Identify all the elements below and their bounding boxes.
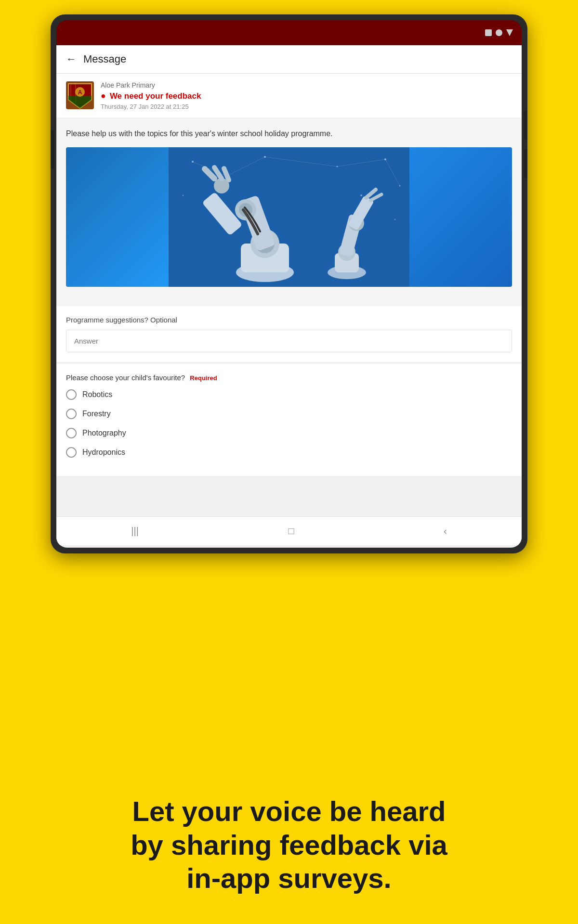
bottom-tagline-section: Let your voice be heard by sharing feedb… — [0, 795, 578, 895]
content-description: Please help us with the topics for this … — [66, 128, 512, 140]
svg-point-16 — [394, 219, 396, 220]
radio-label-photography: Photography — [82, 429, 126, 437]
alert-icon: ● — [101, 91, 106, 101]
radio-circle-robotics[interactable] — [66, 389, 77, 400]
radio-circle-forestry[interactable] — [66, 409, 77, 419]
radio-section: Please choose your child's favourite? Re… — [56, 364, 522, 476]
svg-point-14 — [183, 195, 184, 196]
volume-down-button[interactable] — [524, 149, 527, 178]
tablet-screen: ← Message — [56, 20, 522, 548]
nav-home-icon[interactable]: □ — [288, 526, 294, 537]
nav-recent-icon[interactable]: ||| — [131, 526, 139, 537]
required-badge: Required — [190, 374, 217, 382]
radio-option-forestry[interactable]: Forestry — [66, 409, 512, 419]
back-button[interactable]: ← — [66, 53, 77, 65]
subject-row: ● We need your feedback — [101, 91, 512, 101]
message-meta: Aloe Park Primary ● We need your feedbac… — [101, 81, 512, 110]
radio-option-robotics[interactable]: Robotics — [66, 389, 512, 400]
nav-back-icon[interactable]: ‹ — [444, 526, 447, 537]
tagline: Let your voice be heard by sharing feedb… — [39, 795, 539, 895]
svg-marker-4 — [68, 96, 92, 108]
status-bar — [56, 20, 522, 45]
status-icon-circle — [496, 29, 502, 36]
message-card: A Aloe Park Primary ● We need your feedb… — [56, 74, 522, 118]
tagline-line2: by sharing feedback via — [131, 829, 447, 860]
tablet-device: ← Message — [51, 14, 527, 553]
message-subject: We need your feedback — [110, 91, 201, 101]
radio-label-robotics: Robotics — [82, 390, 112, 399]
content-area: Please help us with the topics for this … — [56, 118, 522, 306]
radio-circle-hydroponics[interactable] — [66, 447, 77, 458]
volume-button[interactable] — [51, 130, 54, 168]
answer-input[interactable] — [66, 330, 512, 352]
robot-image — [66, 147, 512, 287]
status-icon-triangle — [506, 29, 513, 36]
svg-point-15 — [360, 194, 362, 196]
radio-option-photography[interactable]: Photography — [66, 428, 512, 438]
radio-circle-photography[interactable] — [66, 428, 77, 438]
radio-label-forestry: Forestry — [82, 410, 111, 418]
optional-label: Programme suggestions? Optional — [66, 316, 512, 324]
status-icon-square — [485, 29, 492, 36]
app-screen: ← Message — [56, 45, 522, 548]
radio-label-hydroponics: Hydroponics — [82, 448, 125, 457]
tagline-line3: in-app surveys. — [186, 862, 391, 894]
survey-optional-section: Programme suggestions? Optional — [56, 306, 522, 362]
message-header: ← Message — [56, 45, 522, 74]
radio-option-hydroponics[interactable]: Hydroponics — [66, 447, 512, 458]
message-timestamp: Thursday, 27 Jan 2022 at 21:25 — [101, 103, 512, 110]
power-button[interactable] — [524, 111, 527, 140]
sender-name: Aloe Park Primary — [101, 81, 512, 89]
spacer — [56, 476, 522, 514]
radio-question: Please choose your child's favourite? Re… — [66, 373, 512, 382]
nav-bar: ||| □ ‹ — [56, 516, 522, 545]
svg-text:A: A — [78, 89, 82, 96]
school-logo: A — [66, 81, 94, 109]
tagline-line1: Let your voice be heard — [132, 796, 446, 827]
page-title: Message — [83, 53, 126, 65]
